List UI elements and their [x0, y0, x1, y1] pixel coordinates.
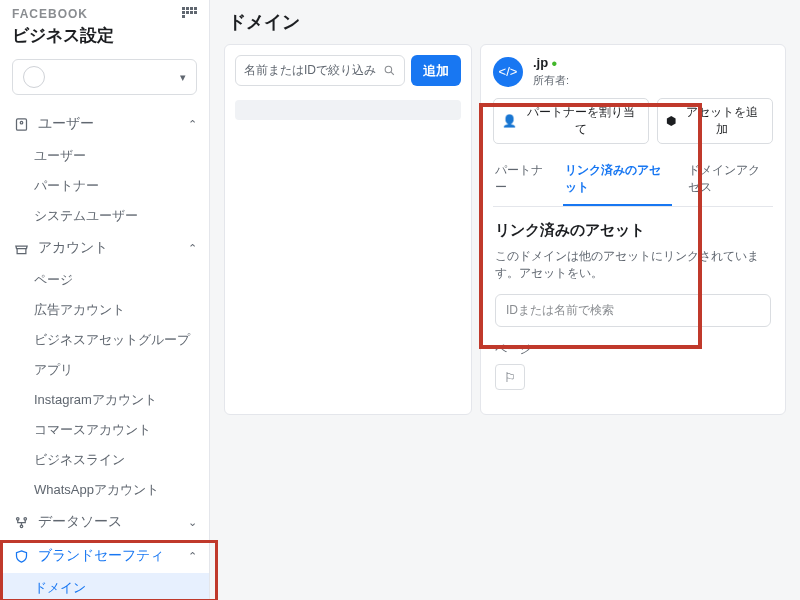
- page-title: ビジネス設定: [0, 22, 209, 55]
- sidebar-item-domain[interactable]: ドメイン: [0, 573, 209, 600]
- sidebar-item[interactable]: パートナー: [0, 171, 209, 201]
- data-icon: [12, 515, 30, 530]
- asset-search-input[interactable]: IDまたは名前で検索: [495, 294, 771, 327]
- sidebar-item[interactable]: アプリ: [0, 355, 209, 385]
- list-item[interactable]: [235, 100, 461, 120]
- chevron-up-icon: ⌃: [188, 550, 197, 563]
- add-button[interactable]: 追加: [411, 55, 461, 86]
- main-title: ドメイン: [210, 0, 800, 44]
- sidebar-item[interactable]: ビジネスライン: [0, 445, 209, 475]
- tab-partners[interactable]: パートナー: [493, 154, 549, 206]
- section-desc: このドメインは他のアセットにリンクされています。アセットをい。: [495, 248, 771, 282]
- tab-domain-access[interactable]: ドメインアクセス: [686, 154, 773, 206]
- account-selector[interactable]: ▾: [12, 59, 197, 95]
- sidebar-section-users[interactable]: ユーザー ⌃: [0, 107, 209, 141]
- sidebar-section-datasources[interactable]: データソース ⌄: [0, 505, 209, 539]
- svg-point-5: [385, 66, 392, 73]
- sidebar-section-accounts[interactable]: アカウント ⌃: [0, 231, 209, 265]
- users-icon: [12, 117, 30, 132]
- brand-label: FACEBOOK: [12, 7, 88, 21]
- subsection-label: ページ: [495, 341, 771, 358]
- user-icon: 👤: [502, 114, 517, 128]
- apps-grid-icon[interactable]: [181, 6, 197, 22]
- sidebar-item[interactable]: ビジネスアセットグループ: [0, 325, 209, 355]
- search-icon: [383, 64, 396, 77]
- add-asset-button[interactable]: ⬢アセットを追加: [657, 98, 773, 144]
- chevron-down-icon: ⌄: [188, 516, 197, 529]
- domain-name: .jp: [533, 55, 548, 70]
- sidebar-item[interactable]: ユーザー: [0, 141, 209, 171]
- avatar-icon: [23, 66, 45, 88]
- sidebar-item[interactable]: ページ: [0, 265, 209, 295]
- sidebar-item[interactable]: WhatsAppアカウント: [0, 475, 209, 505]
- search-input[interactable]: 名前またはIDで絞り込み: [235, 55, 405, 86]
- assign-partner-button[interactable]: 👤パートナーを割り当て: [493, 98, 649, 144]
- svg-point-2: [16, 517, 19, 520]
- asset-icon: ⬢: [666, 114, 676, 128]
- code-icon: </>: [493, 57, 523, 87]
- shield-icon: [12, 549, 30, 564]
- chevron-up-icon: ⌃: [188, 118, 197, 131]
- flag-icon[interactable]: ⚐: [495, 364, 525, 390]
- section-heading: リンク済みのアセット: [495, 221, 771, 240]
- svg-point-1: [20, 121, 23, 124]
- sidebar-item[interactable]: Instagramアカウント: [0, 385, 209, 415]
- detail-tabs: パートナー リンク済みのアセット ドメインアクセス: [493, 154, 773, 207]
- owner-label: 所有者:: [533, 73, 569, 88]
- sidebar: FACEBOOK ビジネス設定 ▾ ユーザー ⌃ ユーザー パートナー システム…: [0, 0, 210, 600]
- sidebar-item[interactable]: 広告アカウント: [0, 295, 209, 325]
- chevron-up-icon: ⌃: [188, 242, 197, 255]
- sidebar-section-brandsafety[interactable]: ブランドセーフティ ⌃: [0, 539, 209, 573]
- status-dot-icon: •: [552, 55, 558, 72]
- sidebar-item[interactable]: コマースアカウント: [0, 415, 209, 445]
- svg-point-4: [20, 525, 23, 528]
- store-icon: [12, 241, 30, 256]
- svg-point-3: [24, 517, 27, 520]
- sidebar-item[interactable]: システムユーザー: [0, 201, 209, 231]
- domain-list-panel: 名前またはIDで絞り込み 追加: [224, 44, 472, 415]
- tab-linked-assets[interactable]: リンク済みのアセット: [563, 154, 671, 206]
- chevron-down-icon: ▾: [180, 71, 186, 84]
- main-panel: ドメイン 名前またはIDで絞り込み 追加 </> .jp • 所有者: 👤: [210, 0, 800, 600]
- domain-detail-panel: </> .jp • 所有者: 👤パートナーを割り当て ⬢アセットを追加 パートナ…: [480, 44, 786, 415]
